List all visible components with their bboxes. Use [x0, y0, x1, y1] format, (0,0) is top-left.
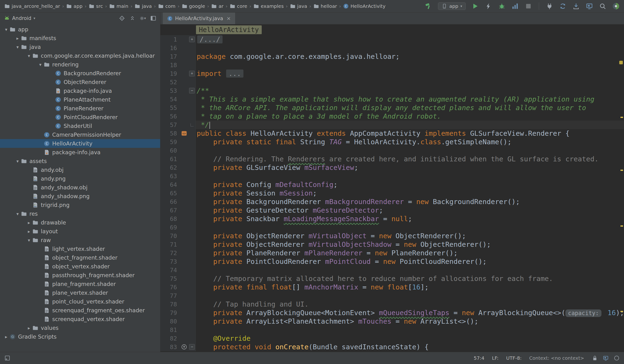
run-icon[interactable]: [471, 2, 479, 10]
tree-chevron-icon[interactable]: ▾: [37, 62, 44, 67]
tree-item-andy-obj[interactable]: andy.obj: [0, 165, 160, 174]
gutter-line-number[interactable]: 70: [160, 232, 180, 240]
code-line[interactable]: 66 private BackgroundRenderer mBackgroun…: [160, 197, 624, 206]
hide-panel-icon[interactable]: [150, 15, 156, 21]
search-everywhere-icon[interactable]: [599, 2, 606, 10]
code-line[interactable]: 63: [160, 172, 624, 180]
tree-item-rendering[interactable]: ▾rendering: [0, 60, 160, 69]
gutter-line-number[interactable]: 55: [160, 104, 180, 112]
tree-chevron-icon[interactable]: ▸: [26, 325, 32, 331]
breadcrumb-com[interactable]: com: [158, 3, 176, 9]
code-line[interactable]: 58<>public class HelloArActivity extends…: [160, 129, 624, 138]
code-line[interactable]: 78 // Tap handling and UI.: [160, 300, 624, 309]
breadcrumb-java-arcore-hello-ar[interactable]: java_arcore_hello_ar: [4, 3, 60, 9]
gradle-sync-icon[interactable]: [559, 2, 567, 10]
tree-item-trigrid-png[interactable]: trigrid.png: [0, 201, 160, 209]
breadcrumb-helloaractivity[interactable]: CHelloArActivity: [343, 3, 385, 9]
gutter-line-number[interactable]: 77: [160, 291, 180, 300]
code-line[interactable]: 79 private ArrayBlockingQueue<MotionEven…: [160, 309, 624, 317]
tree-item-plane-fragment-shader[interactable]: plane_fragment.shader: [0, 280, 160, 288]
fold-marker-icon[interactable]: −: [188, 343, 196, 351]
tree-chevron-icon[interactable]: ▸: [26, 229, 32, 234]
tree-item-assets[interactable]: ▾assets: [0, 156, 160, 165]
fold-marker-icon[interactable]: +: [188, 35, 196, 44]
gutter-line-number[interactable]: 73: [160, 257, 180, 266]
tree-chevron-icon[interactable]: ▾: [14, 211, 21, 216]
tree-item-andy-png[interactable]: andy.png: [0, 174, 160, 183]
code-line[interactable]: 75 // Temporary matrix allocated here to…: [160, 274, 624, 283]
gutter-line-number[interactable]: 17: [160, 52, 180, 61]
code-line[interactable]: 76 private final float[] mAnchorMatrix =…: [160, 283, 624, 291]
breadcrumb-ar[interactable]: ar: [211, 3, 223, 9]
code-line[interactable]: 1+/.../: [160, 35, 624, 44]
code-editor[interactable]: 1+/.../1617package com.google.ar.core.ex…: [160, 35, 624, 352]
breadcrumb-examples[interactable]: examples: [253, 3, 284, 9]
code-line[interactable]: 18: [160, 61, 624, 69]
tree-chevron-icon[interactable]: ▸: [26, 220, 32, 225]
code-line[interactable]: 60: [160, 146, 624, 155]
code-line[interactable]: 73 private PointCloudRenderer mPointClou…: [160, 257, 624, 266]
code-line[interactable]: 57 */: [160, 121, 624, 129]
code-line[interactable]: 81: [160, 326, 624, 334]
tree-chevron-icon[interactable]: ▾: [14, 44, 21, 50]
stop-icon[interactable]: [525, 2, 532, 10]
locate-file-icon[interactable]: [119, 15, 125, 21]
tab-helloaractivity-java[interactable]: C HelloArActivity.java ×: [163, 13, 235, 24]
tree-item-package-info-java[interactable]: package-info.java: [0, 86, 160, 95]
tree-chevron-icon[interactable]: ▾: [26, 237, 32, 243]
close-tab-icon[interactable]: ×: [226, 15, 231, 21]
gutter-line-number[interactable]: 80: [160, 317, 180, 326]
tree-item-layout[interactable]: ▸layout: [0, 227, 160, 236]
tree-chevron-icon[interactable]: ▸: [3, 334, 9, 339]
background-tasks-icon[interactable]: [614, 355, 620, 361]
tree-item-drawable[interactable]: ▸drawable: [0, 218, 160, 227]
build-hammer-icon[interactable]: [425, 2, 432, 10]
gutter-line-number[interactable]: 83: [160, 343, 180, 351]
assistant-icon[interactable]: [612, 2, 620, 10]
code-line[interactable]: 56 * tap on a plane to place a 3d model …: [160, 112, 624, 121]
breadcrumb-google[interactable]: google: [182, 3, 205, 9]
collapse-all-icon[interactable]: [129, 15, 135, 21]
file-lock-icon[interactable]: [592, 355, 598, 361]
gutter-line-number[interactable]: 66: [160, 197, 180, 206]
code-line[interactable]: 74: [160, 266, 624, 274]
breadcrumb-main[interactable]: main: [109, 3, 128, 9]
code-line[interactable]: 67 private GestureDetector mGestureDetec…: [160, 206, 624, 214]
gutter-line-number[interactable]: 69: [160, 223, 180, 232]
tree-item-object-vertex-shader[interactable]: object_vertex.shader: [0, 262, 160, 271]
fold-marker-icon[interactable]: +: [188, 69, 196, 78]
tree-item-object-fragment-shader[interactable]: object_fragment.shader: [0, 253, 160, 262]
scrollbar-error-stripe[interactable]: [619, 58, 624, 352]
code-line[interactable]: 69: [160, 223, 624, 232]
tree-item-plane-vertex-shader[interactable]: plane_vertex.shader: [0, 288, 160, 297]
code-line[interactable]: 77: [160, 291, 624, 300]
tree-item-planeattachment[interactable]: CPlaneAttachment: [0, 95, 160, 104]
context-widget[interactable]: Context: <no context>: [529, 355, 584, 361]
layout-inspector-icon[interactable]: [586, 2, 593, 10]
gutter-line-number[interactable]: 82: [160, 334, 180, 343]
gutter-line-number[interactable]: 19: [160, 69, 180, 78]
tree-item-planerenderer[interactable]: CPlaneRenderer: [0, 104, 160, 113]
gutter-line-number[interactable]: 75: [160, 274, 180, 283]
gutter-line-number[interactable]: 52: [160, 78, 180, 86]
tree-item-andy-shadow-png[interactable]: andy_shadow.png: [0, 192, 160, 201]
code-line[interactable]: 59 private static final String TAG = Hel…: [160, 138, 624, 146]
gutter-line-number[interactable]: 58: [160, 129, 180, 138]
gutter-line-number[interactable]: 72: [160, 249, 180, 257]
tree-item-camerapermissionhelper[interactable]: CCameraPermissionHelper: [0, 130, 160, 139]
gutter-line-number[interactable]: 81: [160, 326, 180, 334]
gutter-line-number[interactable]: 68: [160, 214, 180, 223]
tree-item-passthrough-fragment-shader[interactable]: passthrough_fragment.shader: [0, 271, 160, 280]
tree-item-backgroundrenderer[interactable]: CBackgroundRenderer: [0, 69, 160, 78]
override-gutter-icon[interactable]: [180, 343, 188, 351]
gutter-line-number[interactable]: 60: [160, 146, 180, 155]
code-line[interactable]: 68 private Snackbar mLoadingMessageSnack…: [160, 214, 624, 223]
tree-item-package-info-java[interactable]: package-info.java: [0, 148, 160, 156]
breadcrumb-core[interactable]: core: [230, 3, 247, 9]
code-line[interactable]: 52: [160, 78, 624, 86]
gutter-line-number[interactable]: 62: [160, 163, 180, 172]
code-line[interactable]: 71 private ObjectRenderer mVirtualObject…: [160, 240, 624, 249]
tree-item-shaderutil[interactable]: CShaderUtil: [0, 122, 160, 130]
code-line[interactable]: 62 private GLSurfaceView mSurfaceView;: [160, 163, 624, 172]
code-line[interactable]: 61 // Rendering. The Renderers are creat…: [160, 155, 624, 163]
